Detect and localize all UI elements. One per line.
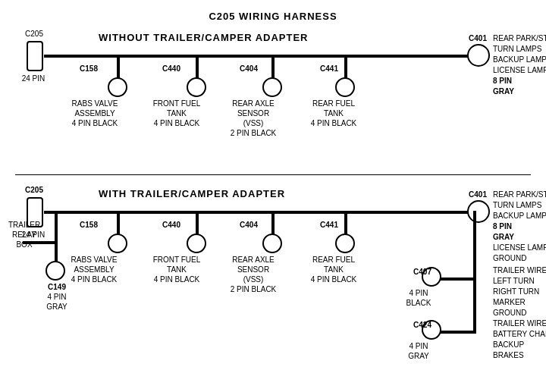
c404-label-1: C404 (231, 64, 267, 74)
c401-sublabel-2: REAR PARK/STOPTURN LAMPSBACKUP LAMPS8 PI… (493, 190, 546, 264)
c158-label-2: C158 (71, 220, 107, 230)
c158-sublabel-1: RABS VALVEASSEMBLY4 PIN BLACK (68, 99, 121, 128)
c401-connector-2 (467, 200, 490, 223)
c205-label-2: C205 (19, 185, 49, 195)
c401-label-2: C401 (463, 190, 493, 199)
c404-connector-2 (262, 234, 282, 253)
wire-c404-1 (271, 56, 275, 79)
c404-sublabel-1: REAR AXLESENSOR(VSS)2 PIN BLACK (226, 99, 281, 138)
wire-c424-h (440, 331, 476, 334)
c440-label-2: C440 (153, 220, 190, 230)
wire-c149-v (55, 241, 58, 262)
c158-sublabel-2: RABS VALVEASSEMBLY4 PIN BLACK (67, 255, 121, 284)
c407-right-label: TRAILER WIRESLEFT TURNRIGHT TURNMARKERGR… (493, 265, 546, 318)
section2-label: WITH TRAILER/CAMPER ADAPTER (99, 188, 285, 199)
c441-label-2: C441 (311, 220, 347, 230)
wire-main-2 (44, 211, 476, 214)
c424-sublabel: 4 PINGRAY (400, 341, 438, 361)
c205-connector-1 (27, 41, 43, 71)
c158-label-1: C158 (71, 64, 107, 74)
c401-sublabel-1: REAR PARK/STOPTURN LAMPSBACKUP LAMPSLICE… (493, 33, 546, 97)
c205-label-1: C205 (19, 29, 49, 39)
c440-connector-1 (187, 77, 206, 97)
wire-c158-2 (117, 212, 120, 235)
c401-connector-1 (467, 44, 490, 67)
c441-connector-1 (335, 77, 355, 97)
c158-connector-2 (108, 234, 127, 253)
page-title: C205 WIRING HARNESS (0, 5, 546, 22)
trailer-relay-label: TRAILERRELAYBOX (5, 220, 44, 249)
c440-sublabel-1: FRONT FUELTANK4 PIN BLACK (149, 99, 204, 128)
c404-label-2: C404 (231, 220, 267, 230)
wire-right-branch-v (473, 211, 476, 332)
c424-label: C424 (407, 320, 438, 330)
c205-sublabel-1: 24 PIN (17, 74, 50, 83)
c407-sublabel: 4 PINBLACK (400, 288, 438, 308)
c149-label: C149 4 PIN GRAY (38, 282, 76, 312)
c441-sublabel-1: REAR FUELTANK4 PIN BLACK (306, 99, 361, 128)
c440-label-1: C440 (153, 64, 190, 74)
wire-c158-1 (117, 56, 120, 79)
c158-connector-1 (108, 77, 127, 97)
c401-label-1: C401 (463, 33, 493, 43)
c440-connector-2 (187, 234, 206, 253)
divider (15, 174, 531, 175)
section1-label: WITHOUT TRAILER/CAMPER ADAPTER (99, 32, 309, 43)
c441-label-1: C441 (311, 64, 347, 74)
wire-c407-h (440, 278, 476, 281)
wiring-diagram: C205 WIRING HARNESS WITHOUT TRAILER/CAMP… (0, 0, 546, 392)
c441-connector-2 (335, 234, 355, 253)
wire-c440-1 (196, 56, 199, 79)
c441-sublabel-2: REAR FUELTANK4 PIN BLACK (306, 255, 361, 284)
wire-trailer-relay-v (55, 211, 58, 243)
c404-connector-1 (262, 77, 282, 97)
c424-right-label: TRAILER WIRESBATTERY CHARGEBACKUPBRAKES (493, 318, 546, 361)
c407-label: C407 (407, 267, 438, 277)
c440-sublabel-2: FRONT FUELTANK4 PIN BLACK (149, 255, 204, 284)
c404-sublabel-2: REAR AXLESENSOR(VSS)2 PIN BLACK (226, 255, 281, 294)
wire-main-1 (44, 55, 476, 58)
c149-connector (46, 261, 65, 281)
wire-c404-2 (271, 212, 275, 235)
wire-c440-2 (196, 212, 199, 235)
